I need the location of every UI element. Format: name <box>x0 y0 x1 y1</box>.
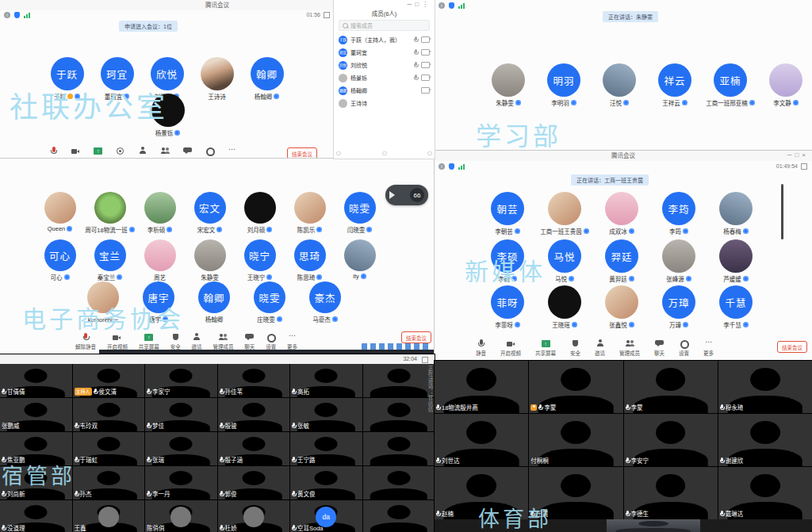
toolbar-button[interactable] <box>71 147 80 155</box>
video-cell[interactable]: 郭俊 <box>218 466 290 499</box>
participant[interactable]: 张鑫悦 <box>593 285 650 329</box>
participant[interactable]: 杨景铄 <box>143 94 193 137</box>
participant[interactable]: 唐宇 唐宇 <box>131 281 186 323</box>
video-cell[interactable]: 孙佳苇 <box>218 364 290 397</box>
participant[interactable]: 万璋 万璋 <box>650 285 707 329</box>
menu-icon[interactable]: ⋮ <box>422 1 431 8</box>
video-cell[interactable]: 张鹏威 <box>0 398 72 431</box>
toolbar-button[interactable]: 共享屏幕 <box>535 339 556 357</box>
video-cell[interactable]: 于瑞虹 <box>73 432 145 465</box>
participant[interactable]: 杨春梅 <box>707 192 764 235</box>
participant[interactable]: 张峰源 <box>650 239 707 283</box>
video-cell[interactable] <box>607 519 700 532</box>
scrollbar[interactable] <box>781 184 783 239</box>
layout-icon[interactable] <box>422 357 428 363</box>
camera-icon[interactable] <box>421 49 430 55</box>
toolbar-button[interactable]: 设置 <box>266 333 276 350</box>
toolbar-button[interactable] <box>139 147 147 155</box>
participant[interactable]: 菲呀 李菲呀 <box>479 285 536 329</box>
toolbar-button[interactable]: 管理成员 <box>619 339 640 357</box>
participant[interactable]: 晓宁 王晓宁 <box>235 239 285 281</box>
participant[interactable]: 可心 可心 <box>35 239 85 281</box>
video-cell[interactable]: 孙杰 <box>73 466 145 499</box>
video-cell[interactable]: 焦亚鹏 <box>0 432 72 465</box>
shield-icon[interactable] <box>449 163 454 170</box>
video-cell[interactable]: 王鑫 <box>73 500 145 532</box>
participant[interactable]: komorebi～ <box>75 281 131 323</box>
video-cell[interactable]: 殷骏 <box>218 398 290 431</box>
camera-icon[interactable] <box>421 36 430 43</box>
video-cell[interactable] <box>363 432 435 465</box>
video-cell[interactable]: 李一丹 <box>145 466 217 499</box>
participant[interactable]: 李硕 李硕 <box>479 239 536 283</box>
fullscreen-icon[interactable] <box>324 12 330 18</box>
participant[interactable]: 豪杰 马豪杰 <box>297 281 353 323</box>
video-cell[interactable]: 殷子涵 <box>218 432 290 465</box>
participant[interactable]: 马悦 马悦 <box>536 239 593 283</box>
toolbar-button[interactable]: 设置 <box>679 339 689 357</box>
video-cell[interactable]: 李蒙 <box>624 361 718 413</box>
video-cell[interactable]: 杜娇 <box>218 500 290 532</box>
member-row[interactable]: 珂宜 董珂宜 <box>334 46 435 59</box>
video-cell[interactable]: 刘世达 <box>435 414 528 466</box>
participant[interactable]: 李筠 李筠 <box>650 192 707 235</box>
participant[interactable]: 周艺 <box>135 239 185 281</box>
participant[interactable]: 珂宜 董珂宜 <box>92 57 142 101</box>
toolbar-button[interactable]: 安全 <box>570 339 580 357</box>
toolbar-button[interactable] <box>94 147 102 155</box>
video-cell[interactable]: 王宁路 <box>290 432 362 465</box>
maximize-icon[interactable]: □ <box>795 151 802 159</box>
participant[interactable]: 朱静雯 <box>185 239 235 281</box>
participant[interactable]: 李析硕 <box>135 192 185 234</box>
video-cell[interactable]: 黄文俊 <box>290 466 362 499</box>
participant[interactable]: 亚楠 工商一班邢亚楠 <box>703 63 758 107</box>
video-cell[interactable]: 穆永琦 <box>718 361 812 413</box>
member-action-button[interactable] <box>382 151 387 155</box>
shield-icon[interactable] <box>14 12 20 18</box>
mic-icon[interactable] <box>414 49 418 55</box>
end-meeting-button[interactable]: 结束会议 <box>287 147 317 159</box>
video-cell[interactable]: 梦佳 <box>145 398 217 431</box>
video-cell[interactable] <box>363 398 435 431</box>
video-cell[interactable]: 主持人 侯文清 <box>73 364 145 397</box>
video-cell[interactable]: 没道理 <box>0 500 72 532</box>
video-cell[interactable]: 李家宁 <box>145 364 217 397</box>
toolbar-button[interactable] <box>205 147 214 155</box>
member-action-button[interactable] <box>336 151 341 155</box>
participant[interactable]: Queen <box>35 192 85 234</box>
toolbar-button[interactable]: 聊天 <box>654 339 665 357</box>
member-action-button[interactable] <box>427 151 432 155</box>
video-cell[interactable]: da 空耳Soda <box>290 500 362 532</box>
participant[interactable]: 朝芸 李朝芸 <box>479 192 536 235</box>
video-cell[interactable]: 韦玲双 <box>73 398 145 431</box>
info-icon[interactable]: i <box>439 163 445 170</box>
mic-icon[interactable] <box>414 62 418 68</box>
maximize-icon[interactable]: □ <box>415 1 422 8</box>
toolbar-button[interactable]: 管理成员 <box>213 333 233 350</box>
participant[interactable]: 于跃 于跃 <box>42 57 92 101</box>
fullscreen-icon[interactable] <box>801 163 807 170</box>
participant[interactable]: 工商一班王贵茵 <box>536 192 593 235</box>
participant[interactable]: 明羽 李明羽 <box>536 63 592 107</box>
toolbar-button[interactable] <box>161 147 170 155</box>
camera-icon[interactable] <box>421 87 430 94</box>
toolbar-button[interactable]: 更多 <box>287 333 297 350</box>
toolbar-button[interactable] <box>228 147 236 155</box>
toolbar-button[interactable]: 开启视频 <box>500 339 521 357</box>
mic-icon[interactable] <box>414 36 418 43</box>
end-meeting-button[interactable]: 结束会议 <box>401 331 431 343</box>
toolbar-button[interactable]: 邀请 <box>595 339 605 357</box>
member-row[interactable]: 翰卿 杨翰卿 <box>334 84 435 97</box>
participant[interactable]: 王诗诗 <box>192 57 242 101</box>
toolbar-button[interactable] <box>116 147 124 155</box>
participant[interactable]: 祥云 王祥云 <box>647 63 703 107</box>
video-cell[interactable]: 赵楠 <box>435 467 528 519</box>
video-cell[interactable]: 李德生 <box>624 467 718 519</box>
participant[interactable]: 芦媛媛 <box>707 239 764 283</box>
shield-icon[interactable] <box>449 2 454 9</box>
participant[interactable]: 羿廷 黄羿廷 <box>593 239 650 283</box>
participant[interactable]: 思琦 陈思琦 <box>285 239 335 281</box>
toolbar-button[interactable]: 开启视频 <box>107 333 128 350</box>
participant[interactable]: 宝兰 秦宝兰 <box>85 239 135 281</box>
info-icon[interactable]: i <box>439 2 445 9</box>
